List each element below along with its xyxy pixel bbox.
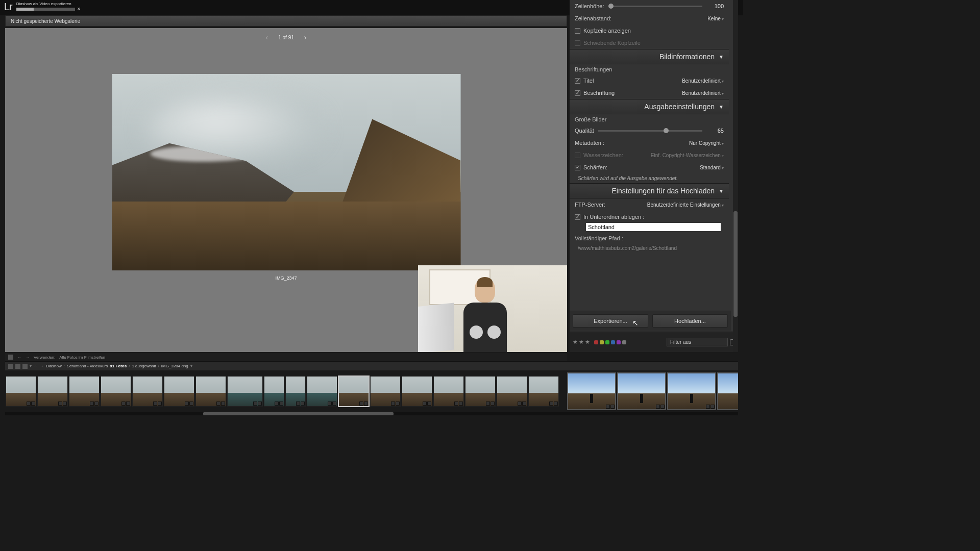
gallery-title: Nicht gespeicherte Webgalerie xyxy=(11,18,80,24)
ftp-label: FTP-Server: xyxy=(575,202,605,208)
next-page-icon[interactable]: › xyxy=(304,33,307,41)
source-label: Alle Fotos im Filmstreifen xyxy=(59,355,105,360)
floating-header-label: Schwebende Kopfzeile xyxy=(583,40,641,46)
beschriftung-checkbox[interactable] xyxy=(575,90,580,96)
wasserzeichen-label: Wasserzeichen: xyxy=(583,152,623,158)
row-spacing-dropdown[interactable]: Keine xyxy=(707,16,724,21)
panel-scrollbar[interactable] xyxy=(733,0,738,352)
filter-dropdown[interactable]: Filter aus xyxy=(667,338,728,346)
metadaten-dropdown[interactable]: Nur Copyright xyxy=(689,140,724,146)
export-button[interactable]: Exportieren... ↖ xyxy=(573,314,648,328)
app-logo: Lr xyxy=(0,0,16,14)
webcam-overlay xyxy=(418,265,567,352)
crumb-selected: 1 ausgewählt xyxy=(132,364,156,368)
row-height-slider[interactable] xyxy=(608,6,703,7)
thumbnail-large[interactable] xyxy=(667,372,716,410)
show-header-checkbox[interactable] xyxy=(575,28,580,34)
titel-label: Titel xyxy=(583,78,594,84)
thumbnail-large[interactable] xyxy=(717,372,738,410)
panel-header-ausgabe[interactable]: Ausgabeeinstellungen▼ xyxy=(570,99,729,114)
grid-icon[interactable] xyxy=(8,355,13,360)
thumbnail-selected[interactable] xyxy=(338,376,369,407)
fullpath-label: Vollständiger Pfad : xyxy=(570,233,729,243)
fullpath-value: /www/matthiasbutz.com2/galerie/Schottlan… xyxy=(570,243,729,253)
row-height-label: Zeilenhöhe: xyxy=(575,3,604,9)
qualitat-slider[interactable] xyxy=(598,130,702,132)
filmstrip-scrollbar[interactable] xyxy=(5,412,738,415)
export-progress-bar xyxy=(16,8,75,11)
titel-checkbox[interactable] xyxy=(575,78,580,84)
wasserzeichen-checkbox[interactable] xyxy=(575,153,580,158)
metadaten-label: Metadaten : xyxy=(575,140,604,146)
cursor-icon: ↖ xyxy=(632,319,639,327)
filter-bar: ★★★ Filter aus xyxy=(570,332,738,352)
scharfen-label: Schärfen: xyxy=(583,164,607,170)
verwenden-label: Verwenden: xyxy=(34,355,55,360)
upload-button[interactable]: Hochladen... xyxy=(652,314,728,328)
gallery-title-bar: Nicht gespeicherte Webgalerie xyxy=(5,15,567,27)
crumb-module[interactable]: Diashow xyxy=(46,364,62,368)
grosse-bilder-label: Große Bilder xyxy=(570,114,729,124)
nav-back-icon[interactable]: ← xyxy=(17,355,21,360)
breadcrumb: ▾ ← → Diashow: Schottland - Videokurs 91… xyxy=(5,361,738,370)
filmstrip[interactable] xyxy=(5,371,738,411)
beschriftung-dropdown[interactable]: Benutzerdefiniert xyxy=(682,90,724,96)
crumb-filename: IMG_3204.dng xyxy=(161,364,188,368)
close-icon[interactable]: ✕ xyxy=(77,7,81,11)
wasserzeichen-dropdown: Einf. Copyright-Wasserzeichen xyxy=(651,153,724,158)
settings-panel: Zeilenhöhe: 100 Zeilenabstand: Keine Kop… xyxy=(570,0,738,352)
nav-back-icon[interactable]: ← xyxy=(34,364,38,368)
color-filter[interactable] xyxy=(594,340,626,344)
floating-header-checkbox xyxy=(575,40,580,46)
secondary-display-icon[interactable] xyxy=(15,364,20,369)
panel-header-bildinformationen[interactable]: Bildinformationen▼ xyxy=(570,49,729,64)
beschriftung-label: Beschriftung xyxy=(583,90,615,96)
thumbnail-large[interactable] xyxy=(617,372,666,410)
qualitat-label: Qualität xyxy=(575,128,594,134)
crumb-collection[interactable]: Schottland - Videokurs xyxy=(67,364,108,368)
star-filter[interactable]: ★★★ xyxy=(573,339,590,345)
preview-area: ‹ 1 of 91 › IMG_2347 xyxy=(5,28,567,352)
qualitat-value: 65 xyxy=(706,128,724,134)
primary-display-icon[interactable] xyxy=(8,364,13,369)
nav-fwd-icon[interactable]: → xyxy=(40,364,44,368)
scharfen-note: Schärfen wird auf die Ausgabe angewendet… xyxy=(570,173,729,183)
show-header-label: Kopfzeile anzeigen xyxy=(583,28,631,34)
scharfen-checkbox[interactable] xyxy=(575,165,580,170)
export-status-label: Diashow als Video exportieren xyxy=(16,1,81,6)
page-indicator: 1 of 91 xyxy=(278,35,294,40)
thumbnail-large[interactable] xyxy=(567,372,616,410)
preview-image xyxy=(112,74,460,270)
row-spacing-label: Zeilenabstand: xyxy=(575,15,611,21)
titel-dropdown[interactable]: Benutzerdefiniert xyxy=(682,78,724,84)
beschriftungen-label: Beschriftungen xyxy=(570,64,729,74)
crumb-count: 91 Fotos xyxy=(110,364,127,368)
subfolder-checkbox[interactable] xyxy=(575,214,580,220)
subfolder-label: In Unterordner ablegen : xyxy=(583,214,644,220)
grid-view-icon[interactable] xyxy=(22,364,28,369)
row-height-value: 100 xyxy=(706,3,724,9)
ftp-dropdown[interactable]: Benutzerdefinierte Einstellungen xyxy=(647,202,724,208)
prev-page-icon[interactable]: ‹ xyxy=(266,33,268,41)
nav-fwd-icon[interactable]: → xyxy=(26,355,30,360)
scharfen-dropdown[interactable]: Standard xyxy=(700,165,724,170)
subfolder-input[interactable] xyxy=(586,223,721,231)
panel-header-hochladen[interactable]: Einstellungen für das Hochladen▼ xyxy=(570,183,729,198)
source-bar: ← → Verwenden: Alle Fotos im Filmstreife… xyxy=(5,353,567,361)
